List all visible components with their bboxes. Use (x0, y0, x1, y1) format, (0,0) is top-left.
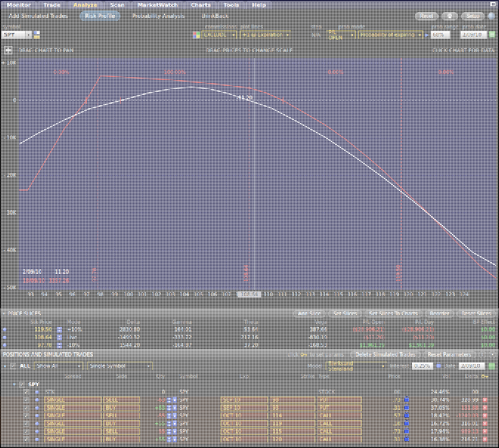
price-lock-icon (404, 398, 409, 402)
filter-right-tools: Model Bjerksund-Stensland ▼ Interest 0.2… (308, 362, 495, 370)
price-lock-icon (404, 422, 409, 425)
date-calendar-icon[interactable] (488, 363, 495, 370)
price-lock-icon (404, 414, 409, 417)
price-lock-icon (404, 406, 409, 410)
price-lock-icon (404, 438, 409, 441)
thinkorswim-app: MonitorTradeAnalyzeScanMarketWatchCharts… (0, 0, 499, 448)
positions-filter-row: ▾ ✓ ALL Show All ▼ Single Symbol ▼ Model… (0, 359, 499, 372)
price-lock-icon (404, 430, 409, 433)
